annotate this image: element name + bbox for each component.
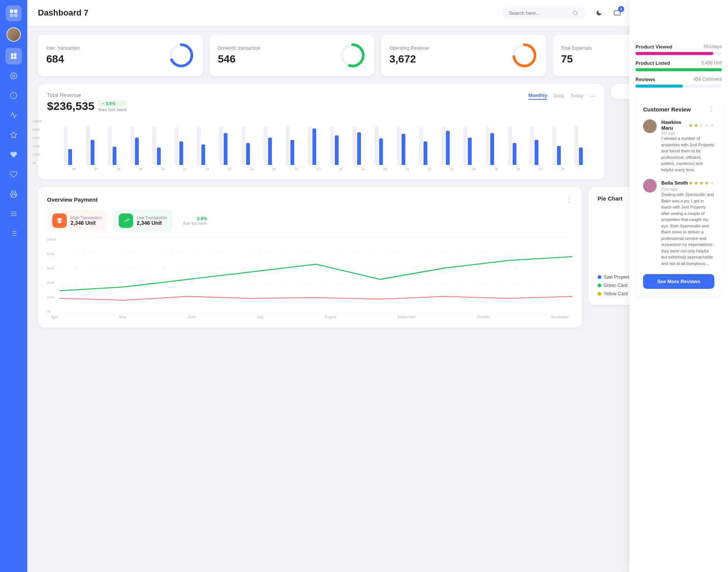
donut-2 <box>511 42 538 69</box>
bar-foreground <box>201 144 205 165</box>
stat-card-info-2: Operating Revenue 3,672 <box>389 45 429 65</box>
bar-group <box>397 127 418 165</box>
sidebar-item-heart2[interactable] <box>5 166 22 183</box>
bar-background <box>86 127 90 165</box>
sidebar-logo[interactable] <box>6 5 22 21</box>
bar-x-label: 11 <box>175 167 196 171</box>
sidebar-item-settings[interactable] <box>5 67 22 84</box>
sidebar-item-dashboard[interactable] <box>5 48 22 64</box>
stat-card-info-1: Domestic transaction 546 <box>218 45 260 65</box>
bar-background <box>108 127 112 165</box>
sidebar-item-menu[interactable] <box>5 205 22 222</box>
bar-background <box>130 127 134 165</box>
revenue-card: Total Revenue $236,535 0.8% than last we… <box>38 84 604 179</box>
overview-x-label: October <box>477 315 490 319</box>
review-text-0: I viewed a number of properties with Jus… <box>661 135 714 173</box>
revenue-more-btn[interactable]: ··· <box>590 92 595 100</box>
see-more-reviews-button[interactable]: See More Reviews <box>643 274 714 289</box>
bar-group <box>419 127 440 165</box>
star-5: ★ <box>710 122 714 128</box>
bar-background <box>574 127 578 165</box>
avatar[interactable] <box>6 27 21 42</box>
svg-rect-5 <box>14 53 17 56</box>
bar-background <box>286 127 290 165</box>
bar-x-label: 22 <box>419 167 440 171</box>
bar-background <box>242 127 245 165</box>
review-stars-1: ★★★★★ <box>689 180 714 186</box>
search-icon <box>573 10 578 16</box>
tab-monthly[interactable]: Monthly <box>529 92 548 100</box>
bar-foreground <box>179 141 183 165</box>
reviews-more-icon[interactable]: ⋮ <box>708 105 714 113</box>
low-trans-label: Low Transaction <box>137 215 167 220</box>
bar-foreground <box>68 149 72 165</box>
tab-today[interactable]: Today <box>570 93 584 99</box>
high-trans-label: High Transaction <box>71 215 102 220</box>
bar-group <box>175 127 196 165</box>
sidebar-item-chart[interactable] <box>5 107 22 124</box>
product-stats-panel: Product Viewed 561/days Product Listed 3… <box>635 38 722 93</box>
high-transaction-icon <box>52 213 67 228</box>
wallet-icon-btn[interactable]: 2 <box>610 6 624 20</box>
bar-chart: 1000k800k600k400k200k0k 0607080910111213… <box>47 119 595 171</box>
trans-pct-sub: than last week <box>183 221 207 226</box>
sidebar-item-list[interactable] <box>5 225 22 242</box>
stat-row-header-0: Product Viewed 561/days <box>635 44 722 50</box>
bar-background <box>308 127 312 165</box>
donut-0 <box>168 42 195 69</box>
bar-foreground <box>224 133 228 165</box>
sidebar <box>0 0 27 572</box>
main-content: Dashboard 7 2 12 5 Generate Report <box>27 0 728 572</box>
bar-foreground <box>490 133 494 165</box>
sidebar-item-heart[interactable] <box>5 146 22 163</box>
star-1: ★ <box>689 180 693 186</box>
search-box[interactable] <box>503 8 586 19</box>
bar-group <box>64 127 85 165</box>
stat-val-1: 3,456 Unit <box>701 60 722 66</box>
overview-x-label: September <box>397 315 416 319</box>
reviews-panel: Product Viewed 561/days Product Listed 3… <box>629 0 728 572</box>
legend-label-2: Green Card <box>604 283 628 288</box>
bar-group <box>530 127 551 165</box>
stat-val-2: 456 Comment <box>693 77 722 82</box>
stat-card-info-3: Total Expenses 75 <box>561 45 592 65</box>
bar-foreground <box>446 131 450 165</box>
bar-x-label: 12 <box>197 167 218 171</box>
star-3: ★ <box>699 122 704 128</box>
progress-bar-1 <box>635 68 722 71</box>
bar-group <box>441 127 462 165</box>
bar-foreground <box>557 146 561 165</box>
review-time-0: 5m ago <box>661 131 714 135</box>
bar-x-label: 09 <box>130 167 151 171</box>
trans-pct-block: 0.8% than last week <box>183 216 207 226</box>
overview-more-btn[interactable]: ⋮ <box>566 195 573 204</box>
sidebar-item-print[interactable] <box>5 186 22 202</box>
progress-bar-2 <box>635 85 722 88</box>
sidebar-item-info[interactable] <box>5 87 22 104</box>
stat-name-2: Reviews <box>635 77 655 82</box>
bar-foreground <box>246 143 250 165</box>
bar-x-label: 10 <box>152 167 173 171</box>
bar-background <box>486 127 490 165</box>
progress-fill-1 <box>635 68 722 71</box>
bar-x-label: 23 <box>441 167 462 171</box>
y-axis-label: 600k <box>33 136 42 140</box>
bar-foreground <box>135 138 139 165</box>
bar-x-label: 25 <box>486 167 507 171</box>
bar-group <box>353 127 373 165</box>
donut-svg-0 <box>168 42 195 69</box>
dark-mode-toggle[interactable] <box>592 6 606 20</box>
bar-background <box>419 127 423 165</box>
bar-background <box>375 127 378 165</box>
line-chart-wrap: 1000k 800k 600k 400k 200k 0k <box>47 238 573 319</box>
search-input[interactable] <box>509 10 570 16</box>
review-avatar-1 <box>643 179 657 193</box>
bar-group <box>330 127 351 165</box>
sidebar-item-star[interactable] <box>5 127 22 143</box>
stat-name-0: Product Viewed <box>635 44 672 50</box>
svg-rect-7 <box>14 56 17 59</box>
tab-daily[interactable]: Daily <box>553 93 564 99</box>
star-2: ★ <box>694 122 698 128</box>
revenue-tabs: Monthly Daily Today ··· <box>529 92 595 100</box>
stat-card-info-0: Inter. transaction 684 <box>46 45 80 65</box>
